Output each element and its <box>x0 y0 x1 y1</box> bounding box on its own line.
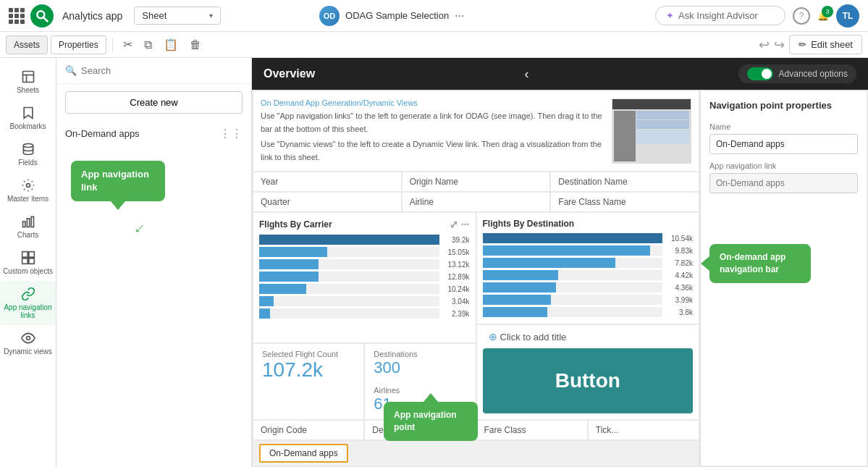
prop-name-group: Name <box>709 122 858 154</box>
prop-app-nav-group: App navigation link <box>709 161 858 193</box>
callout-app-nav-point-text: App navigationpoint <box>394 410 457 432</box>
sidebar-item-master-items[interactable]: Master items <box>0 172 56 209</box>
bar-row-3: 13.12k <box>259 259 470 269</box>
chart-icons-carrier[interactable]: ⤢ ··· <box>450 219 470 230</box>
sidebar-item-dynamic-views-label: Dynamic views <box>4 348 52 355</box>
bar-label-6: 3.04k <box>442 298 470 306</box>
odag-title: ODAG Sample Selection <box>345 10 449 21</box>
help-icon[interactable]: ? <box>793 7 810 25</box>
sidebar-item-master-items-label: Master items <box>7 195 49 203</box>
tab-assets[interactable]: Assets <box>6 35 48 54</box>
toolbar2: Assets Properties ✂ ⧉ 📋 🗑 ↩ ↪ ✏ Edit she… <box>0 32 868 58</box>
flights-by-carrier-chart: Flights By Carrier ⤢ ··· 39.2k <box>253 213 476 342</box>
odag-screenshot <box>612 98 691 164</box>
toggle-switch <box>747 67 773 80</box>
bar-row-4: 12.89k <box>259 272 470 282</box>
sheet-body: On Demand App Generation/Dynamic Views U… <box>252 90 868 467</box>
ask-advisor-button[interactable]: ✦ Ask Insight Advisor <box>655 6 785 25</box>
filter-fare-class[interactable]: Fare Class <box>477 421 587 439</box>
copy-icon[interactable]: ⧉ <box>140 35 156 54</box>
sidebar-item-sheets[interactable]: Sheets <box>0 64 56 100</box>
callout-app-nav-link-text: App navigationlink <box>81 169 149 193</box>
edit-sheet-button[interactable]: ✏ Edit sheet <box>789 35 862 54</box>
sidebar-item-app-nav-links[interactable]: App navigation links <box>0 281 56 325</box>
callout-arrow-indicator: ↓ <box>130 219 149 237</box>
chart-title-carrier: Flights By Carrier ⤢ ··· <box>259 219 470 230</box>
expand-icon[interactable]: ⤢ <box>450 219 458 230</box>
filter-origin-code[interactable]: Origin Code <box>253 421 363 439</box>
click-add-label: Click to add title <box>500 332 567 342</box>
create-new-button[interactable]: Create new <box>65 91 243 114</box>
sheet-selector[interactable]: Sheet ▾ <box>134 7 221 25</box>
sidebar-item-charts[interactable]: Charts <box>0 209 56 245</box>
right-charts: Flights By Destination 10.54k 9.83k <box>477 213 699 419</box>
apps-grid-icon[interactable] <box>9 8 25 24</box>
filter-quarter[interactable]: Quarter <box>253 193 401 211</box>
metric-flight-count-label: Selected Flight Count <box>262 350 355 358</box>
filter-airline[interactable]: Airline <box>403 193 550 211</box>
prop-name-input[interactable] <box>709 134 858 154</box>
bar-label-7: 2.39k <box>442 310 470 318</box>
ondemand-bar[interactable]: On-Demand apps <box>259 444 348 463</box>
undo-icon[interactable]: ↩ <box>759 37 770 53</box>
sidebar-item-custom-objects[interactable]: Custom objects <box>0 245 56 281</box>
filter-year[interactable]: Year <box>253 172 401 191</box>
notification-icon[interactable]: 🔔 3 <box>817 10 829 21</box>
secondary-sidebar: 🔍 Create new On-Demand apps ⋮⋮ App navig… <box>56 58 252 467</box>
redo-icon[interactable]: ↪ <box>774 37 785 53</box>
nav-item-more-icon[interactable]: ⋮⋮ <box>219 127 243 140</box>
callout-app-nav-point: App navigationpoint <box>384 402 478 441</box>
click-add-title[interactable]: ⊕ Click to add title <box>483 328 694 345</box>
bar-chart-dest: 10.54k 9.83k 7.82k <box>483 233 694 317</box>
dest-bar-row-2: 9.83k <box>483 245 694 256</box>
notification-badge: 3 <box>822 6 833 17</box>
app-title: Analytics app <box>62 10 122 22</box>
tab-properties[interactable]: Properties <box>51 35 106 54</box>
paste-icon[interactable]: 📋 <box>159 35 182 54</box>
toolbar2-separator <box>112 38 113 52</box>
ondemand-bar-row: On-Demand apps <box>253 441 699 466</box>
dest-bar-label-5: 4.36k <box>665 284 693 292</box>
nav-item-ondemand[interactable]: On-Demand apps ⋮⋮ <box>56 121 251 146</box>
flights-by-destination-chart: Flights By Destination 10.54k 9.83k <box>477 213 699 324</box>
svg-rect-12 <box>22 258 28 264</box>
odag-link[interactable]: On Demand App Generation/Dynamic Views <box>261 98 604 107</box>
filter-destination-name[interactable]: Destination Name <box>551 172 699 191</box>
filter-ticket[interactable]: Tick... <box>589 421 699 439</box>
sidebar-item-fields[interactable]: Fields <box>0 136 56 172</box>
svg-rect-7 <box>22 222 25 227</box>
sidebar-item-dynamic-views[interactable]: Dynamic views <box>0 325 56 361</box>
properties-panel: Navigation point properties Name App nav… <box>700 91 867 466</box>
dest-bar-row-4: 4.42k <box>483 270 694 280</box>
more-icon[interactable]: ··· <box>461 219 470 230</box>
search-input[interactable] <box>81 65 243 76</box>
svg-rect-11 <box>28 252 34 258</box>
delete-icon[interactable]: 🗑 <box>185 35 206 54</box>
callout-ondemand-bar: On-demand appnavigation bar <box>709 244 811 283</box>
chevron-down-icon: ▾ <box>209 12 213 20</box>
sidebar-item-bookmarks[interactable]: Bookmarks <box>0 100 56 136</box>
filter-row-mid: Quarter Airline Fare Class Name <box>253 193 699 211</box>
dest-bar-row-1: 10.54k <box>483 233 694 243</box>
button-widget-label: Button <box>555 369 620 392</box>
avatar[interactable]: TL <box>836 4 859 28</box>
filter-fare-class-name[interactable]: Fare Class Name <box>551 193 699 211</box>
button-widget[interactable]: Button <box>483 348 694 413</box>
overview-chevron-icon[interactable]: ‹ <box>524 67 528 82</box>
filter-origin-name[interactable]: Origin Name <box>403 172 550 191</box>
more-options-icon[interactable]: ··· <box>455 9 464 22</box>
content-area: Overview ‹ Advanced options On Demand Ap… <box>252 58 868 467</box>
cut-icon[interactable]: ✂ <box>119 35 137 54</box>
chart-title-dest: Flights By Destination <box>483 219 694 229</box>
advanced-options-toggle[interactable]: Advanced options <box>738 64 856 83</box>
odag-text-2: Use "Dynamic views" to the left to creat… <box>261 138 604 164</box>
bar-row-6: 3.04k <box>259 296 470 306</box>
prop-app-nav-input[interactable] <box>709 173 858 193</box>
dest-bar-row-7: 3.8k <box>483 307 694 317</box>
nav-item-label: On-Demand apps <box>65 128 215 139</box>
bar-label-5: 10.24k <box>442 285 470 293</box>
click-add-title-area[interactable]: ⊕ Click to add title Button <box>477 325 699 419</box>
bar-label-2: 15.05k <box>442 248 470 256</box>
destinations-label: Destinations <box>374 350 466 358</box>
svg-rect-8 <box>27 219 29 227</box>
